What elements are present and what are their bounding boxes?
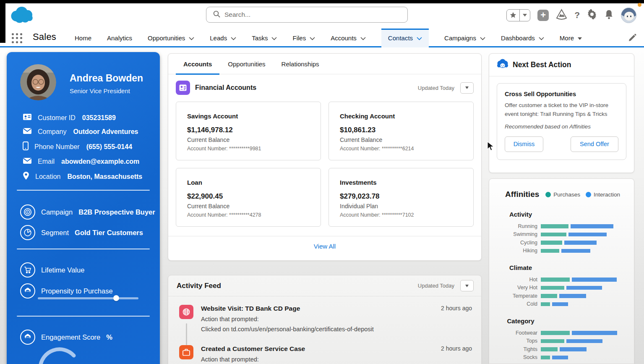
favorites-button[interactable] <box>506 9 530 21</box>
star-icon[interactable] <box>507 10 519 21</box>
nav-tab-leads[interactable]: Leads <box>210 29 236 47</box>
view-all-link[interactable]: View All <box>314 243 336 250</box>
profile-photo <box>20 64 56 100</box>
divider <box>17 190 150 191</box>
propensity-slider-thumb[interactable] <box>113 295 119 301</box>
interaction-bar <box>552 356 568 360</box>
field-location: Location Boston, Massachusetts <box>23 171 142 182</box>
activity-feed-menu-button[interactable] <box>460 280 474 291</box>
segment-label: Segment <box>41 229 69 237</box>
notifications-bell-icon[interactable] <box>604 9 614 21</box>
recording-indicator-dot <box>638 3 641 7</box>
affinity-row-label: Running <box>489 223 541 229</box>
nav-tab-tasks[interactable]: Tasks <box>252 29 277 47</box>
purchases-bar <box>541 224 568 228</box>
affinity-bars <box>541 347 587 351</box>
tab-relationships[interactable]: Relationships <box>281 54 320 74</box>
setup-gear-icon[interactable] <box>587 9 597 21</box>
send-offer-button[interactable]: Send Offer <box>571 136 618 152</box>
affinity-row: Cold <box>489 300 634 309</box>
affinity-row: Socks <box>489 354 634 362</box>
affinity-bars <box>541 356 568 360</box>
field-label: Company <box>38 128 66 136</box>
tab-accounts[interactable]: Accounts <box>183 54 213 74</box>
affinity-group: ClimateHotVery HotTemperateCold <box>489 264 634 308</box>
affinity-bars <box>541 249 590 253</box>
purchases-bar <box>541 241 562 245</box>
nav-tab-campaigns[interactable]: Campaigns <box>444 29 485 47</box>
affinity-row: Hiking <box>489 247 634 255</box>
financial-account-icon <box>176 81 190 95</box>
engagement-gauge <box>37 341 87 364</box>
feed-item-website-visit[interactable]: Website Visit: TD Bank CD Page2 hours ag… <box>179 305 472 333</box>
purchases-bar <box>541 233 566 237</box>
nav-tab-accounts[interactable]: Accounts <box>331 29 366 47</box>
tab-opportunities[interactable]: Opportunities <box>227 54 266 74</box>
interaction-bar <box>561 249 590 253</box>
favorites-dropdown-icon[interactable] <box>519 10 530 21</box>
app-name: Sales <box>33 31 56 42</box>
nav-tab-dashboards[interactable]: Dashboards <box>501 29 544 47</box>
propensity-slider[interactable] <box>38 297 138 299</box>
edit-nav-pencil-icon[interactable] <box>628 34 636 44</box>
nav-tab-home[interactable]: Home <box>75 29 91 47</box>
account-card-checking[interactable]: Checking Account $10,861.23 Current Bala… <box>329 102 474 160</box>
affinity-row-label: Tops <box>489 338 541 344</box>
affinity-row: Hot <box>489 275 634 284</box>
global-search[interactable]: Search... <box>206 7 408 23</box>
nav-tab-more[interactable]: More <box>560 29 582 47</box>
affinity-row-label: Hiking <box>489 248 541 254</box>
help-icon[interactable]: ? <box>574 10 580 20</box>
trailhead-icon[interactable] <box>556 9 567 22</box>
financial-accounts-grid: Savings Account $1,146,978.12 Current Ba… <box>168 100 481 227</box>
account-number: Account Number: **********6214 <box>340 146 462 152</box>
account-subtitle: Current Balance <box>340 136 462 143</box>
affinity-row-label: Socks <box>489 354 541 360</box>
app-launcher-icon[interactable] <box>12 33 23 43</box>
dismiss-button[interactable]: Dismiss <box>505 136 543 152</box>
affinity-group-title: Activity <box>489 211 552 218</box>
global-header: Search... + ? <box>0 3 644 45</box>
account-card-investments[interactable]: Investments $279,023.78 Individual Plan … <box>329 168 474 227</box>
financial-accounts-menu-button[interactable] <box>460 82 474 94</box>
campaign-label: Campaign <box>41 208 73 216</box>
nav-tab-contacts[interactable]: Contacts <box>381 29 429 47</box>
chevron-down-icon <box>360 37 366 40</box>
next-best-action-header: Next Best Action <box>489 54 634 76</box>
globe-icon <box>179 305 193 319</box>
id-card-icon <box>23 113 32 122</box>
affinity-row-label: Temperate <box>489 293 541 299</box>
chevron-down-icon <box>310 37 315 40</box>
affinity-bars <box>541 286 602 290</box>
field-label: Phone Number <box>34 143 80 151</box>
feed-item-time: 2 hours ago <box>441 345 472 353</box>
nav-tab-label: Home <box>75 34 91 42</box>
account-name: Investments <box>340 179 462 186</box>
briefcase-icon <box>179 345 193 359</box>
activity-feed-panel: Activity Feed Updated Today Website Visi… <box>168 275 482 364</box>
chevron-down-icon <box>417 37 422 40</box>
account-amount: $279,023.78 <box>340 192 462 201</box>
nav-tab-analytics[interactable]: Analytics <box>107 29 132 47</box>
mobile-icon <box>23 141 29 152</box>
field-phone: Phone Number (655) 555-0144 <box>23 141 142 152</box>
quick-create-icon[interactable]: + <box>537 10 549 21</box>
field-label: Email <box>38 158 55 165</box>
envelope-icon <box>23 157 32 166</box>
account-card-savings[interactable]: Savings Account $1,146,978.12 Current Ba… <box>176 102 321 160</box>
feed-item-service-case[interactable]: Created a Customer Service Case2 hours a… <box>179 345 472 363</box>
account-number: Account Number: **********4278 <box>187 212 310 218</box>
nav-tab-opportunities[interactable]: Opportunities <box>148 29 194 47</box>
lifetime-value-label: Lifetime Value <box>41 266 84 274</box>
nav-tab-files[interactable]: Files <box>292 29 315 47</box>
purchases-bar <box>541 278 570 282</box>
account-card-loan[interactable]: Loan $22,900.45 Current Balance Account … <box>176 168 321 227</box>
affinity-bars <box>541 331 617 335</box>
feed-item-title: Website Visit: TD Bank CD Page <box>201 305 300 312</box>
user-avatar[interactable] <box>621 8 636 23</box>
interaction-bar <box>560 347 587 351</box>
affinity-row: Temperate <box>489 292 634 300</box>
purchases-bar <box>541 294 557 298</box>
affinities-title: Affinities <box>505 190 539 199</box>
interaction-bar <box>559 294 586 298</box>
